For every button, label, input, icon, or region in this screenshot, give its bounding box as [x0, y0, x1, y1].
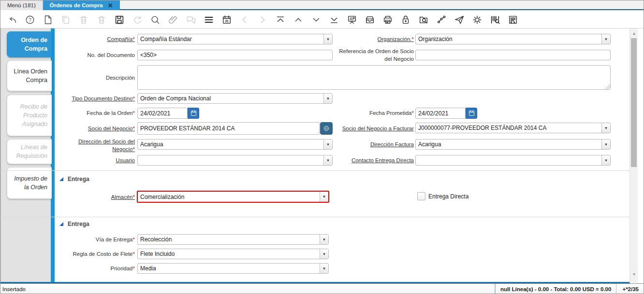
vertical-scrollbar[interactable]: ▲ ▼: [629, 28, 638, 283]
chevron-down-icon[interactable]: ▼: [323, 34, 332, 44]
export-icon[interactable]: [454, 14, 465, 26]
regla-flete-combo[interactable]: Flete Incluido ▼: [137, 249, 329, 259]
scroll-up-icon[interactable]: ▲: [630, 29, 638, 37]
undo-icon[interactable]: [6, 14, 18, 26]
close-tab-icon[interactable]: ✕: [108, 2, 113, 9]
tipo-documento-combo[interactable]: Orden de Compra Nacional ▼: [137, 93, 333, 104]
chevron-down-icon[interactable]: ▼: [320, 264, 328, 273]
almacen-value[interactable]: Comercialización: [138, 192, 320, 202]
prioridad-combo[interactable]: Media ▼: [137, 263, 329, 274]
lock-icon[interactable]: [400, 14, 411, 26]
collapse-triangle-icon[interactable]: [59, 177, 63, 181]
label-compania[interactable]: Compañía*: [58, 36, 135, 43]
organizacion-value[interactable]: Organización: [416, 34, 601, 44]
direccion-socio-combo[interactable]: Acarigua ▼: [137, 139, 333, 150]
zoom-across-icon[interactable]: [418, 14, 429, 26]
regla-flete-value[interactable]: Flete Incluido: [138, 249, 320, 259]
find-icon[interactable]: [149, 14, 161, 26]
attachment-icon[interactable]: [167, 14, 179, 26]
contacto-entrega-combo[interactable]: ▼: [415, 155, 611, 166]
help-icon[interactable]: ?: [24, 14, 36, 26]
save-icon[interactable]: [114, 14, 125, 26]
fecha-orden-input[interactable]: [137, 108, 188, 119]
socio-negocio-input[interactable]: [137, 122, 320, 135]
direccion-factura-value[interactable]: Acarigua: [416, 140, 601, 149]
quick-form-icon[interactable]: [507, 14, 519, 26]
descripcion-textarea[interactable]: [137, 65, 611, 90]
chevron-down-icon[interactable]: ▼: [320, 192, 328, 202]
collapse-triangle-icon[interactable]: [59, 222, 63, 226]
organizacion-combo[interactable]: Organización ▼: [415, 34, 611, 44]
usuario-value[interactable]: [138, 155, 323, 165]
archive-icon[interactable]: [364, 14, 376, 26]
chevron-down-icon[interactable]: ▼: [601, 123, 610, 133]
label-socio-negocio[interactable]: Socio del Negocio*: [58, 125, 135, 133]
sidebar-tab-orden-de-compra[interactable]: Orden de Compra: [7, 31, 52, 57]
label-tipo-documento[interactable]: Tipo Documento Destino*: [58, 95, 135, 103]
almacen-combo[interactable]: Comercialización ▼: [137, 191, 329, 203]
print-icon[interactable]: [382, 14, 394, 26]
section-entrega-1[interactable]: Entrega: [59, 176, 89, 182]
section-entrega-2[interactable]: Entrega: [59, 221, 89, 227]
no-documento-input[interactable]: [137, 50, 333, 60]
socio-facturar-combo[interactable]: J000000077-PROVEEDOR ESTÁNDAR 2014 CA ▼: [415, 123, 611, 133]
previous-record-icon[interactable]: [293, 14, 304, 26]
fecha-prometida-input[interactable]: [415, 108, 466, 119]
compania-combo[interactable]: Compañía Estándar ▼: [137, 34, 333, 44]
usuario-combo[interactable]: ▼: [137, 155, 333, 166]
referencia-input[interactable]: [415, 50, 611, 60]
chevron-down-icon[interactable]: ▼: [323, 140, 332, 149]
new-record-icon[interactable]: [42, 14, 54, 26]
prioridad-value[interactable]: Media: [138, 264, 320, 273]
parent-record-icon: [239, 14, 250, 26]
label-direccion-socio[interactable]: Dirección del Socio del Negocio*: [58, 138, 135, 153]
chevron-down-icon[interactable]: ▼: [323, 155, 332, 165]
sidebar-tab-lineas-requisicion: Líneas de Requisición: [7, 139, 52, 164]
sidebar-tab-linea-orden-compra[interactable]: Línea Orden Compra: [7, 60, 52, 91]
tab-active-label: Órdenes de Compra: [50, 2, 103, 8]
tab-ordenes-de-compra[interactable]: Órdenes de Compra ✕: [43, 0, 120, 10]
process-icon[interactable]: [471, 14, 483, 26]
chevron-down-icon[interactable]: ▼: [320, 249, 328, 259]
next-record-icon[interactable]: [310, 14, 322, 26]
section-separator: [0, 170, 630, 171]
product-info-icon[interactable]: [489, 14, 501, 26]
via-entrega-combo[interactable]: Recolección ▼: [137, 234, 329, 245]
textarea-resize-grip[interactable]: [605, 84, 610, 89]
label-prioridad: Prioridad*: [58, 265, 135, 273]
direccion-socio-value[interactable]: Acarigua: [138, 140, 323, 149]
entrega-directa-checkbox[interactable]: [417, 192, 425, 200]
chevron-down-icon[interactable]: ▼: [323, 94, 332, 103]
label-direccion-factura[interactable]: Dirección Factura: [337, 141, 414, 149]
fecha-orden-calendar-button[interactable]: [188, 108, 199, 119]
socio-facturar-value[interactable]: J000000077-PROVEEDOR ESTÁNDAR 2014 CA: [416, 123, 601, 133]
label-no-documento: No. del Documento: [58, 52, 135, 59]
contacto-entrega-value[interactable]: [416, 155, 601, 165]
label-almacen[interactable]: Almacén*: [58, 194, 135, 201]
workflow-icon[interactable]: [436, 14, 447, 26]
label-contacto-entrega[interactable]: Contacto Entrega Directa: [337, 157, 414, 165]
last-record-icon[interactable]: [328, 14, 340, 26]
calendar-icon[interactable]: 31: [221, 14, 233, 26]
scroll-down-icon[interactable]: ▼: [630, 270, 638, 278]
scrollbar-thumb[interactable]: [631, 38, 637, 167]
chevron-down-icon[interactable]: ▼: [601, 140, 610, 149]
chevron-down-icon[interactable]: ▼: [601, 155, 610, 165]
report-icon[interactable]: [346, 14, 358, 26]
sidebar-tab-impuesto-orden[interactable]: Impuesto de la Orden: [7, 167, 52, 199]
bpartner-info-button[interactable]: [320, 122, 333, 135]
label-organizacion[interactable]: Organización.*: [337, 36, 414, 43]
tab-menu[interactable]: Menú (181): [0, 0, 43, 10]
chevron-down-icon[interactable]: ▼: [320, 235, 328, 244]
tipo-documento-value[interactable]: Orden de Compra Nacional: [138, 94, 323, 103]
label-socio-facturar[interactable]: Socio del Negocio a Facturar: [337, 125, 414, 133]
label-usuario[interactable]: Usuario: [58, 157, 135, 165]
toggle-grid-icon[interactable]: [203, 14, 215, 26]
first-record-icon[interactable]: [275, 14, 286, 26]
fecha-prometida-calendar-button[interactable]: [466, 108, 477, 119]
direccion-factura-combo[interactable]: Acarigua ▼: [415, 139, 611, 150]
copy-record-icon: [60, 14, 72, 26]
via-entrega-value[interactable]: Recolección: [138, 235, 320, 244]
compania-value[interactable]: Compañía Estándar: [138, 34, 323, 44]
chevron-down-icon[interactable]: ▼: [601, 34, 610, 44]
